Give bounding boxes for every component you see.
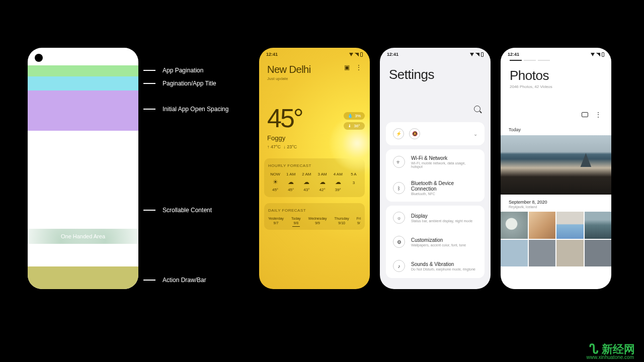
hourly-card[interactable]: HOURLY FORECAST NOW☀45° 1 AM☁45° 2 AM☁43… <box>264 158 365 197</box>
humidity-pill: 💧3% <box>344 112 365 120</box>
settings-phone: 12:41 Settings ⚡ 🔕 ⌄ ᯤ Wi-Fi & NetworkWI… <box>380 48 491 289</box>
zone-spacing <box>28 90 138 131</box>
cloud-icon: ☁ <box>319 178 326 186</box>
daily-item[interactable]: Wednesday9/9 <box>308 217 327 225</box>
daily-row: Yesterday9/7 Today9/8 Wednesday9/9 Thurs… <box>268 217 361 225</box>
humidity-icon: 💧 <box>348 114 353 118</box>
feels-icon: 🌡 <box>348 124 352 128</box>
zone-title <box>28 76 138 90</box>
hourly-row: NOW☀45° 1 AM☁45° 2 AM☁43° 3 AM☁42° 4 AM☁… <box>268 172 361 192</box>
photo-thumb[interactable] <box>529 212 556 239</box>
hourly-item: NOW☀45° <box>268 172 282 192</box>
photos-count: 2046 Photos, 42 Videos <box>501 84 611 93</box>
quick-settings-card[interactable]: ⚡ 🔕 ⌄ <box>386 122 485 145</box>
cloud-icon: ☁ <box>335 178 341 186</box>
clock: 12:41 <box>387 52 398 57</box>
label-pagination: App Pagination <box>143 67 203 74</box>
hourly-item: 5 A3 <box>347 172 361 192</box>
zone-scrollable: One Handed Area <box>28 131 138 266</box>
watermark: ᔐ 新经网 www.xinhuatone.com <box>589 341 635 357</box>
display-item[interactable]: ☼ DisplayStatus bar, ambient display, ni… <box>386 206 485 230</box>
sounds-item[interactable]: ♪ Sounds & VibrationDo Not Disturb, earp… <box>386 254 485 278</box>
zone-actionbar <box>28 266 138 289</box>
clock: 12:41 <box>266 52 278 57</box>
high-low: ↑ 47°C ↓ 23°C <box>267 144 362 149</box>
daily-item[interactable]: Yesterday9/7 <box>268 217 284 225</box>
wifi-icon: ᯤ <box>393 156 405 168</box>
updated-label: Just update <box>267 76 311 81</box>
album-location: Reykjavik, Iceland <box>501 205 611 212</box>
cloud-icon: ☁ <box>303 178 309 186</box>
status-bar: 12:41 <box>380 48 491 58</box>
more-icon[interactable]: ⋮ <box>356 64 362 71</box>
battery-chip-icon[interactable]: ⚡ <box>393 128 404 139</box>
label-actionbar: Action Draw/Bar <box>143 277 206 284</box>
daily-title: DAILY FORECAST <box>268 208 361 213</box>
status-bar: 12:41 <box>501 48 611 58</box>
condition: Foggy <box>267 134 362 142</box>
daily-item[interactable]: Thursday9/10 <box>335 217 349 225</box>
photo-thumb[interactable] <box>501 212 528 239</box>
photos-phone: 12:41 Photos 2046 Photos, 42 Videos ⋮ To… <box>501 48 611 289</box>
one-handed-area: One Handed Area <box>28 229 138 244</box>
search-row <box>380 85 491 118</box>
wifi-item[interactable]: ᯤ Wi-Fi & NetworkWI-FI, mobile network, … <box>386 149 485 174</box>
diagram-phone: One Handed Area <box>28 48 138 289</box>
photo-thumb[interactable] <box>501 240 528 267</box>
city-name: New Delhi <box>267 64 311 75</box>
temperature-block: 45° Foggy ↑ 47°C ↓ 23°C 💧3% 🌡36° <box>259 83 370 152</box>
action-row: ⋮ <box>501 93 611 124</box>
network-group: ᯤ Wi-Fi & NetworkWI-FI, mobile network, … <box>386 149 485 202</box>
photo-thumb[interactable] <box>556 240 584 267</box>
weather-header: New Delhi Just update ▣ ⋮ <box>259 58 370 83</box>
dnd-chip-icon[interactable]: 🔕 <box>409 128 420 139</box>
one-handed-label: One Handed Area <box>61 233 105 239</box>
weather-phone: 12:41 New Delhi Just update ▣ ⋮ 45° Fogg… <box>259 48 370 289</box>
building-icon[interactable]: ▣ <box>344 64 350 71</box>
label-title: Pagination/App Title <box>143 80 216 87</box>
today-label: Today <box>501 124 611 135</box>
bluetooth-icon: ᛒ <box>393 182 405 194</box>
daily-item-active[interactable]: Today9/8 <box>291 217 301 225</box>
hero-photo[interactable] <box>501 135 611 195</box>
sounds-icon: ♪ <box>393 260 405 272</box>
weather-pills: 💧3% 🌡36° <box>344 112 365 130</box>
more-icon[interactable]: ⋮ <box>595 111 601 118</box>
label-spacing: Initial App Open Spacing <box>143 106 228 113</box>
sun-icon: ☀ <box>273 178 278 186</box>
photo-thumb[interactable] <box>556 212 584 239</box>
zone-pagination <box>28 65 138 76</box>
hourly-item: 3 AM☁42° <box>315 172 330 192</box>
photo-grid <box>501 212 611 266</box>
display-icon: ☼ <box>393 212 405 224</box>
customization-item[interactable]: ⚙ CustomizationWallpapers, accent color,… <box>386 230 485 254</box>
bluetooth-item[interactable]: ᛒ Bluetooth & Device ConnectionBluetooth… <box>386 174 485 202</box>
page-title: Photos <box>501 61 611 84</box>
cloud-icon: ☁ <box>288 178 294 186</box>
page-title: Settings <box>380 58 491 85</box>
hourly-item: 1 AM☁45° <box>284 172 298 192</box>
status-icons <box>591 52 604 57</box>
daily-item[interactable]: Fri9/ <box>357 217 361 225</box>
chevron-down-icon[interactable]: ⌄ <box>473 131 477 137</box>
daily-card[interactable]: DAILY FORECAST Yesterday9/7 Today9/8 Wed… <box>264 203 365 230</box>
status-icons <box>349 52 363 57</box>
search-icon[interactable] <box>474 106 480 112</box>
cast-icon[interactable] <box>582 112 588 117</box>
photo-thumb[interactable] <box>585 212 612 239</box>
customization-icon: ⚙ <box>393 236 405 248</box>
hourly-item: 2 AM☁43° <box>299 172 313 192</box>
hourly-item: 4 AM☁39° <box>331 172 345 192</box>
photo-thumb[interactable] <box>585 240 612 267</box>
status-icons <box>470 52 484 57</box>
camera-cutout <box>35 54 43 62</box>
watermark-url: www.xinhuatone.com <box>587 354 634 360</box>
label-scrollable: Scrollable Content <box>143 207 212 214</box>
display-group: ☼ DisplayStatus bar, ambient display, ni… <box>386 206 485 278</box>
album-title: September 8, 2020 <box>501 196 611 205</box>
status-bar: 12:41 <box>259 48 370 58</box>
clock: 12:41 <box>508 52 519 57</box>
hourly-title: HOURLY FORECAST <box>268 163 361 168</box>
feels-pill: 🌡36° <box>344 122 365 130</box>
photo-thumb[interactable] <box>529 240 556 267</box>
